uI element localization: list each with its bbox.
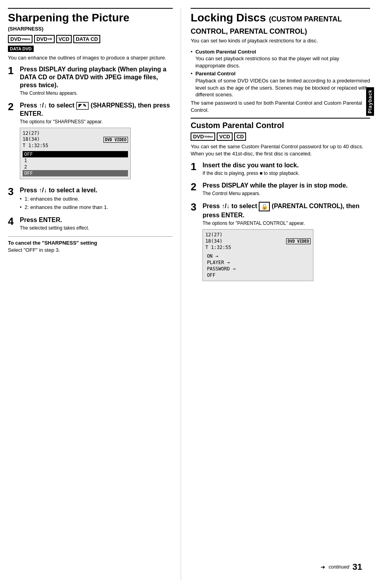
left-badges-row1: DVDVideo DVDVR VCD DATA CD: [8, 35, 173, 43]
subsection-title: Custom Parental Control: [191, 118, 370, 130]
left-section-title: Sharpening the Picture: [8, 12, 173, 24]
left-column: Sharpening the Picture (SHARPNESS) DVDVi…: [8, 8, 181, 580]
menu-time3: T 1:32:55: [23, 143, 48, 149]
sub-step-1-heading: Insert the disc you want to lock.: [202, 161, 370, 169]
bullet-parental-text: Playback of some DVD VIDEOs can be limit…: [195, 78, 370, 98]
cancel-text: Select "OFF" in step 3.: [8, 247, 173, 254]
step-1-sub: The Control Menu appears.: [20, 90, 173, 96]
bullet-1: 1: enhances the outline.: [20, 195, 173, 203]
same-password-note: The same password is used for both Paren…: [191, 100, 370, 114]
cancel-section: To cancel the "SHARPNESS" setting Select…: [8, 236, 173, 254]
control-menu-box-1: 12(27) 18(34) T 1:32:55 DVD VIDEO OFF 1 …: [20, 128, 131, 180]
sub-step-2-number: 2: [191, 182, 199, 192]
sub-step-2-sub: The Control Menu appears.: [202, 191, 370, 196]
step-3: 3 Press ↑/↓ to select a level. 1: enhanc…: [8, 186, 173, 212]
page-footer: ➜ continued 31: [321, 562, 362, 572]
badge-dvdvr: DVDVR: [34, 35, 55, 43]
menu-time2: 18(34): [23, 136, 48, 143]
sub-step-1-content: Insert the disc you want to lock. If the…: [202, 161, 370, 178]
arrow-right-icon: ➜: [321, 564, 325, 570]
step-1: 1 Press DISPLAY during playback (When pl…: [8, 65, 173, 98]
step-3-number: 3: [8, 186, 17, 197]
menu-option-1: 1: [23, 157, 128, 164]
bullet-2: 2: enhances the outline more than 1.: [20, 204, 173, 211]
menu2-time1: 12(27): [205, 232, 231, 238]
step-2: 2 Press ↑/↓ to select ◤ ✎ (SHARPNESS), t…: [8, 102, 173, 182]
step-1-number: 1: [8, 65, 17, 76]
step-4-heading: Press ENTER.: [20, 216, 173, 224]
badge-dvdvideo: DVDVideo: [8, 35, 32, 43]
menu-header-2: 12(27) 18(34) T 1:32:55 DVD VIDEO: [205, 232, 311, 251]
menu-options-1: OFF 1 2 OFF: [23, 151, 128, 176]
right-bullets: Custom Parental Control You can set play…: [191, 48, 370, 98]
page-container: Sharpening the Picture (SHARPNESS) DVDVi…: [0, 0, 378, 588]
page-number: 31: [353, 562, 362, 572]
control-menu-box-2: 12(27) 18(34) T 1:32:55 DVD VIDEO ON → P…: [202, 229, 313, 281]
menu-dvd-label-1: DVD VIDEO: [103, 137, 128, 143]
menu2-option-password: PASSWORD →: [205, 266, 311, 272]
menu-dvd-label-2: DVD VIDEO: [286, 238, 311, 244]
parental-control-icon: 🔒: [259, 202, 270, 211]
step-3-bullets: 1: enhances the outline. 2: enhances the…: [20, 195, 173, 211]
step-4-sub: The selected setting takes effect.: [20, 225, 173, 231]
menu2-option-on: ON →: [205, 253, 311, 259]
menu-header-1: 12(27) 18(34) T 1:32:55 DVD VIDEO: [23, 130, 128, 149]
bullet-custom-parental: Custom Parental Control You can set play…: [191, 48, 370, 69]
step-3-content: Press ↑/↓ to select a level. 1: enhances…: [20, 186, 173, 212]
bullet-parental: Parental Control Playback of some DVD VI…: [191, 70, 370, 98]
step-4-content: Press ENTER. The selected setting takes …: [20, 216, 173, 232]
sub-step-3-sub: The options for "PARENTAL CONTROL" appea…: [202, 220, 370, 226]
menu2-time3: T 1:32:55: [205, 245, 231, 251]
sub-step-2-heading: Press DISPLAY while the player is in sto…: [202, 182, 370, 190]
step-3-heading: Press ↑/↓ to select a level.: [20, 186, 173, 194]
step-4: 4 Press ENTER. The selected setting take…: [8, 216, 173, 232]
menu-options-2: ON → PLAYER → PASSWORD → OFF: [205, 253, 311, 278]
sub-badge-vcd: VCD: [217, 132, 232, 141]
menu2-option-off: OFF: [205, 272, 311, 278]
step-2-sub: The options for "SHARPNESS" appear.: [20, 119, 173, 124]
sharpness-icon: ◤ ✎: [76, 102, 89, 110]
subsection-custom-parental: Custom Parental Control DVDVideo VCD CD …: [191, 118, 370, 284]
step-1-content: Press DISPLAY during playback (When play…: [20, 65, 173, 98]
sub-step-2-content: Press DISPLAY while the player is in sto…: [202, 182, 370, 198]
left-badges-row2: DATA DVD: [8, 46, 173, 52]
subsection-badges: DVDVideo VCD CD: [191, 132, 370, 141]
left-section-subtitle: (SHARPNESS): [8, 26, 173, 32]
sub-badge-cd: CD: [234, 132, 246, 141]
sub-step-1-sub: If the disc is playing, press ■ to stop …: [202, 170, 370, 176]
sub-step-3: 3 Press ↑/↓ to select 🔒 (PARENTAL CONTRO…: [191, 202, 370, 284]
subsection-intro: You can set the same Custom Parental Con…: [191, 143, 370, 157]
sub-step-2: 2 Press DISPLAY while the player is in s…: [191, 182, 370, 198]
right-title-main: Locking Discs: [191, 11, 266, 24]
sub-step-3-number: 3: [191, 202, 199, 212]
right-column: Playback Locking Discs (CUSTOM PARENTAL …: [181, 8, 370, 580]
menu-option-off1: OFF: [23, 151, 128, 157]
badge-datadvd: DATA DVD: [8, 46, 34, 52]
menu-time-info-1: 12(27) 18(34) T 1:32:55: [23, 130, 48, 149]
menu-time-info-2: 12(27) 18(34) T 1:32:55: [205, 232, 231, 251]
sub-badge-dvdvideo: DVDVideo: [191, 132, 215, 141]
continued-text: continued: [328, 564, 349, 570]
sub-step-1-number: 1: [191, 161, 199, 172]
menu2-time2: 18(34): [205, 238, 231, 245]
step-2-heading: Press ↑/↓ to select ◤ ✎ (SHARPNESS), the…: [20, 102, 173, 118]
step-2-content: Press ↑/↓ to select ◤ ✎ (SHARPNESS), the…: [20, 102, 173, 182]
menu-option-off2: OFF: [23, 170, 128, 176]
menu2-option-player: PLAYER →: [205, 259, 311, 266]
sub-step-3-heading: Press ↑/↓ to select 🔒 (PARENTAL CONTROL)…: [202, 202, 370, 219]
menu-time1: 12(27): [23, 130, 48, 137]
right-section-title: Locking Discs (CUSTOM PARENTAL CONTROL, …: [191, 12, 370, 36]
badge-datacd: DATA CD: [73, 35, 100, 43]
cancel-heading: To cancel the "SHARPNESS" setting: [8, 240, 173, 246]
sub-step-3-content: Press ↑/↓ to select 🔒 (PARENTAL CONTROL)…: [202, 202, 370, 284]
bullet-custom-text: You can set playback restrictions so tha…: [195, 56, 339, 69]
step-2-number: 2: [8, 102, 17, 112]
step-1-heading: Press DISPLAY during playback (When play…: [20, 65, 173, 89]
menu-option-2: 2: [23, 164, 128, 170]
right-intro: You can set two kinds of playback restri…: [191, 37, 370, 44]
step-4-number: 4: [8, 216, 17, 226]
sub-step-1: 1 Insert the disc you want to lock. If t…: [191, 161, 370, 178]
left-intro: You can enhance the outlines of images t…: [8, 54, 173, 61]
badge-vcd: VCD: [56, 35, 72, 43]
